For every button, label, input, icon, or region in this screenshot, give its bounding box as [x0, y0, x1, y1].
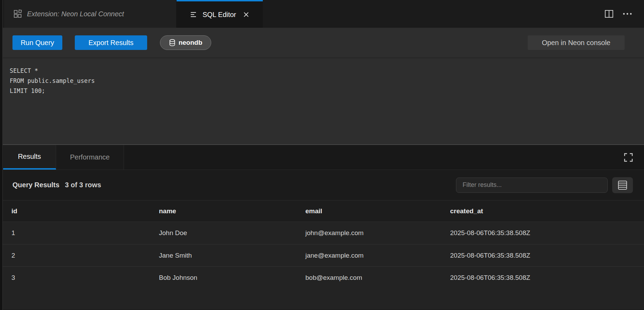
results-tab-spacer — [124, 145, 623, 170]
cell-created-at: 2025-08-06T06:35:38.508Z — [439, 274, 644, 282]
open-neon-console-button[interactable]: Open in Neon console — [528, 35, 625, 50]
export-results-button[interactable]: Export Results — [75, 35, 147, 50]
tab-label: Extension: Neon Local Connect — [27, 10, 124, 18]
cell-id: 3 — [0, 274, 147, 282]
tab-extension-neon-local-connect[interactable]: Extension: Neon Local Connect — [4, 0, 177, 28]
database-name: neondb — [179, 39, 203, 46]
panel-left-edge — [0, 0, 3, 310]
cell-email: jane@example.com — [294, 252, 439, 259]
query-results-title: Query Results — [12, 181, 60, 189]
table-row: 1 John Doe john@example.com 2025-08-06T0… — [0, 222, 644, 244]
column-header-id: id — [0, 207, 147, 215]
cell-email: bob@example.com — [294, 274, 439, 282]
table-row: 2 Jane Smith jane@example.com 2025-08-06… — [0, 244, 644, 266]
row-count-label: 3 of 3 rows — [65, 181, 101, 189]
tab-bar-spacer — [263, 0, 605, 28]
tab-label: SQL Editor — [203, 11, 236, 19]
filter-results-input[interactable] — [456, 178, 608, 193]
table-footer-area — [0, 289, 644, 310]
cell-name: Jane Smith — [147, 252, 294, 259]
results-tab-bar: Results Performance — [0, 145, 644, 170]
fullscreen-icon[interactable] — [623, 145, 634, 170]
editor-tab-bar: Extension: Neon Local Connect SQL Editor — [0, 0, 644, 28]
close-icon[interactable] — [243, 11, 249, 18]
sql-line: LIMIT 100; — [10, 86, 644, 96]
tab-results[interactable]: Results — [3, 145, 56, 170]
query-results-bar: Query Results 3 of 3 rows — [0, 170, 644, 200]
cell-email: john@example.com — [294, 229, 439, 237]
tab-performance[interactable]: Performance — [56, 145, 124, 170]
tab-sql-editor[interactable]: SQL Editor — [177, 0, 263, 28]
more-actions-icon[interactable] — [623, 12, 632, 15]
view-mode-button[interactable] — [612, 177, 633, 193]
cell-id: 2 — [0, 252, 147, 259]
sql-query-editor[interactable]: SELECT * FROM public.sample_users LIMIT … — [0, 58, 644, 145]
cell-id: 1 — [0, 229, 147, 237]
list-icon — [190, 11, 198, 18]
column-header-email: email — [294, 207, 439, 215]
column-header-created-at: created_at — [439, 207, 644, 215]
table-row: 3 Bob Johnson bob@example.com 2025-08-06… — [0, 266, 644, 289]
cell-name: Bob Johnson — [147, 274, 294, 282]
cell-created-at: 2025-08-06T06:35:38.508Z — [439, 252, 644, 259]
split-editor-icon[interactable] — [605, 10, 614, 18]
results-table: id name email created_at 1 John Doe john… — [0, 200, 644, 310]
table-header-row: id name email created_at — [0, 200, 644, 222]
cell-created-at: 2025-08-06T06:35:38.508Z — [439, 229, 644, 237]
sql-toolbar: Run Query Export Results neondb Open in … — [0, 28, 644, 58]
cell-name: John Doe — [147, 229, 294, 237]
column-header-name: name — [147, 207, 294, 215]
rows-icon — [617, 180, 628, 190]
extensions-icon — [13, 9, 22, 18]
database-selector-pill[interactable]: neondb — [160, 35, 211, 50]
sql-line: SELECT * — [10, 66, 644, 76]
sql-line: FROM public.sample_users — [10, 76, 644, 86]
database-icon — [169, 39, 176, 46]
run-query-button[interactable]: Run Query — [12, 35, 62, 50]
